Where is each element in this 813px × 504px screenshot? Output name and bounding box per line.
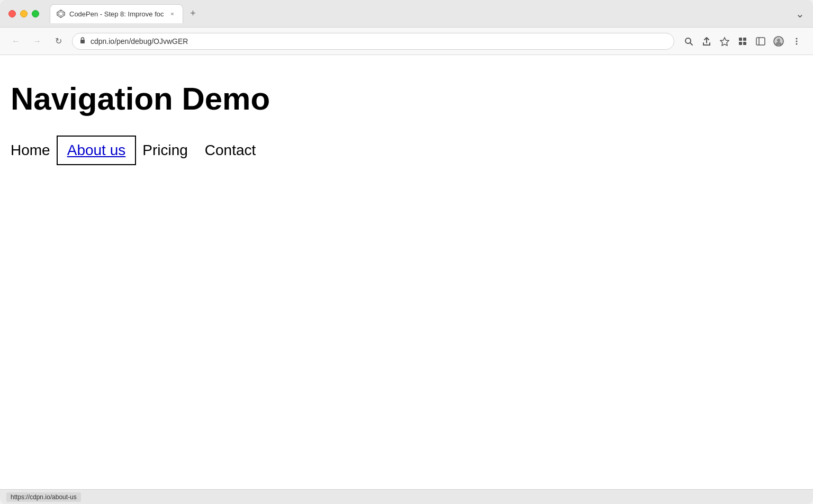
url-bar[interactable]: cdpn.io/pen/debug/OJvwGER (72, 33, 674, 50)
tab-bar: CodePen - Step 8: Improve foc × + ⌄ (50, 4, 805, 23)
active-tab[interactable]: CodePen - Step 8: Improve foc × (50, 4, 183, 23)
back-icon: ← (12, 37, 20, 46)
traffic-lights (8, 10, 39, 17)
svg-rect-16 (756, 38, 765, 45)
nav-link-pricing[interactable]: Pricing (134, 138, 196, 163)
close-traffic-light[interactable] (8, 10, 16, 17)
svg-point-20 (796, 38, 798, 39)
bookmark-button[interactable] (717, 33, 733, 49)
main-navigation: Home About us Pricing Contact (11, 138, 802, 163)
svg-marker-1 (59, 12, 63, 16)
reload-button[interactable]: ↻ (51, 34, 66, 49)
tab-dropdown-button[interactable]: ⌄ (796, 7, 805, 20)
nav-item-home: Home (11, 138, 59, 163)
back-button[interactable]: ← (8, 34, 23, 49)
menu-button[interactable] (789, 33, 805, 49)
nav-links-list: Home About us Pricing Contact (11, 138, 802, 163)
svg-point-22 (796, 43, 798, 44)
profile-icon (773, 36, 784, 47)
svg-rect-14 (739, 42, 742, 45)
reload-icon: ↻ (55, 36, 62, 46)
search-button[interactable] (681, 33, 697, 49)
minimize-traffic-light[interactable] (20, 10, 28, 17)
forward-button[interactable]: → (30, 34, 44, 49)
nav-item-contact: Contact (196, 138, 265, 163)
nav-link-contact[interactable]: Contact (196, 138, 265, 163)
svg-marker-11 (720, 38, 729, 46)
status-bar: https://cdpn.io/about-us (0, 489, 813, 504)
toolbar-icons (681, 33, 805, 49)
menu-icon (792, 37, 801, 46)
lock-icon (79, 37, 86, 46)
share-icon (702, 37, 711, 46)
share-button[interactable] (699, 33, 715, 49)
profile-button[interactable] (771, 33, 787, 49)
tab-close-button[interactable]: × (168, 10, 176, 18)
extensions-icon (738, 37, 747, 46)
page-content: Navigation Demo Home About us Pricing Co… (0, 55, 813, 489)
svg-rect-13 (743, 38, 746, 41)
address-bar: ← → ↻ cdpn.io/pen/debug/OJvwGER (0, 28, 813, 55)
svg-line-10 (690, 43, 692, 45)
new-tab-button[interactable]: + (185, 6, 200, 21)
svg-rect-15 (743, 42, 746, 45)
status-url: https://cdpn.io/about-us (6, 492, 81, 502)
nav-item-about: About us (59, 138, 134, 163)
bookmark-icon (720, 37, 729, 46)
svg-point-19 (777, 39, 780, 42)
maximize-traffic-light[interactable] (32, 10, 39, 17)
svg-point-21 (796, 40, 798, 42)
svg-rect-12 (739, 38, 742, 41)
url-text: cdpn.io/pen/debug/OJvwGER (91, 37, 667, 46)
page-title: Navigation Demo (11, 82, 802, 116)
nav-link-about[interactable]: About us (59, 138, 134, 163)
search-icon (684, 37, 693, 46)
svg-rect-8 (80, 40, 85, 43)
tab-title: CodePen - Step 8: Improve foc (69, 10, 164, 18)
codepen-favicon-icon (57, 10, 65, 18)
extensions-button[interactable] (735, 33, 751, 49)
nav-item-pricing: Pricing (134, 138, 196, 163)
forward-icon: → (33, 37, 41, 46)
nav-link-home[interactable]: Home (11, 138, 59, 163)
sidebar-icon (756, 37, 765, 46)
browser-window: CodePen - Step 8: Improve foc × + ⌄ ← → … (0, 0, 813, 504)
sidebar-button[interactable] (753, 33, 769, 49)
title-bar: CodePen - Step 8: Improve foc × + ⌄ (0, 0, 813, 28)
